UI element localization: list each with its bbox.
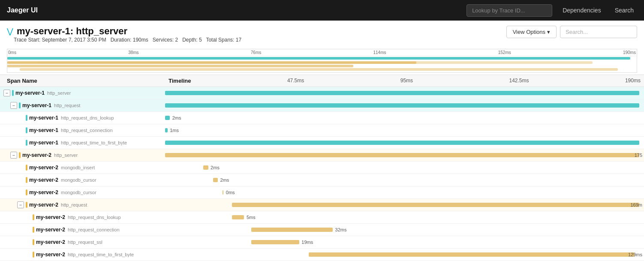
span-name-col: my-server-2http_request_time_to_first_by…	[0, 250, 165, 259]
span-color-indicator	[33, 227, 34, 233]
span-timeline-bar	[165, 128, 168, 132]
span-timeline-bar	[251, 228, 333, 232]
span-operation-name: http_request_connection	[61, 128, 112, 133]
span-duration-label: 19ms	[301, 240, 313, 245]
span-name-col: my-server-2http_request_dns_lookup	[0, 213, 165, 222]
span-duration-label: 32ms	[335, 227, 347, 232]
table-row[interactable]: −my-server-2http_request169m	[0, 199, 644, 211]
span-timeline-bar	[232, 203, 639, 207]
span-server-name: my-server-2	[29, 202, 58, 208]
table-row[interactable]: my-server-2http_request_connection32ms	[0, 224, 644, 236]
span-operation-name: http_request	[61, 202, 87, 207]
span-color-indicator	[26, 165, 27, 171]
tick-142: 142.5ms	[509, 78, 529, 84]
span-timeline-bar	[165, 103, 639, 108]
span-timeline-col: 1ms	[165, 124, 644, 136]
collapse-button[interactable]: −	[10, 102, 17, 109]
table-row[interactable]: my-server-2mongodb_cursor0ms	[0, 186, 644, 199]
span-color-indicator	[19, 152, 21, 158]
tick-190: 190ms	[625, 78, 641, 84]
collapse-button[interactable]: −	[3, 90, 10, 96]
span-timeline-col: 19ms	[165, 236, 644, 248]
span-timeline-col: 2ms	[165, 112, 644, 124]
span-timeline-col: 0ms	[165, 186, 644, 198]
duration-label: Duration:	[111, 37, 132, 43]
search-link[interactable]: Search	[611, 5, 637, 15]
span-name-col: my-server-2mongodb_cursor	[0, 188, 165, 197]
span-operation-name: http_request	[54, 103, 80, 108]
duration-value: 190ms	[133, 37, 148, 43]
table-row[interactable]: −my-server-1http_request	[0, 99, 644, 112]
span-name-col: my-server-1http_request_connection	[0, 126, 165, 135]
depth-label: Depth:	[182, 37, 197, 43]
table-row[interactable]: my-server-2http_request_time_to_first_by…	[0, 249, 644, 261]
view-options-button[interactable]: View Options ▾	[506, 26, 557, 38]
services-value: 2	[175, 37, 178, 43]
span-duration-right-label: 129ms	[628, 252, 642, 257]
span-duration-label: 2ms	[220, 177, 229, 183]
page-header: ⋁ my-server-1: http_server Trace Start: …	[0, 21, 644, 49]
timeline-header: Span Name Timeline 47.5ms 95ms 142.5ms 1…	[0, 75, 644, 87]
span-server-name: my-server-2	[29, 165, 58, 171]
span-operation-name: http_request_time_to_first_byte	[68, 252, 134, 257]
table-row[interactable]: my-server-2mongodb_insert2ms	[0, 162, 644, 174]
table-row[interactable]: my-server-2mongodb_cursor2ms	[0, 174, 644, 186]
table-row[interactable]: my-server-2http_request_dns_lookup5ms	[0, 211, 644, 224]
span-duration-right-label: 175	[635, 153, 642, 158]
dependencies-link[interactable]: Dependencies	[559, 5, 605, 15]
span-timeline-bar	[251, 240, 299, 244]
table-row[interactable]: −my-server-1http_server	[0, 87, 644, 99]
collapse-icon[interactable]: ⋁	[7, 27, 13, 36]
trace-title: ⋁ my-server-1: http_server	[7, 26, 248, 37]
trace-search-input[interactable]	[560, 26, 637, 38]
collapse-button[interactable]: −	[17, 201, 24, 208]
span-name-header-label: Span Name	[7, 78, 37, 84]
trace-meta: Trace Start: September 7, 2017 3:50 PM D…	[7, 37, 248, 46]
span-server-name: my-server-2	[29, 189, 58, 195]
span-name-col: −my-server-1http_server	[0, 88, 165, 98]
span-name-col: my-server-1http_request_time_to_first_by…	[0, 138, 165, 147]
span-name-col: −my-server-2http_server	[0, 150, 165, 160]
table-row[interactable]: my-server-2http_request_ssl19ms	[0, 236, 644, 249]
trace-id-input[interactable]	[466, 4, 552, 17]
span-name-col: my-server-2http_request_ssl	[0, 237, 165, 247]
table-row[interactable]: −my-server-2http_server175	[0, 149, 644, 162]
minimap-ruler-tick: 190ms	[623, 49, 636, 56]
table-row[interactable]: my-server-1http_request_connection1ms	[0, 124, 644, 137]
span-server-name: my-server-2	[36, 252, 65, 258]
span-timeline-col	[165, 87, 644, 99]
col-span-name-header: Span Name	[0, 78, 165, 84]
minimap-ruler-tick: 152ms	[498, 49, 511, 56]
span-timeline-col: 169m	[165, 199, 644, 211]
span-color-indicator	[19, 102, 21, 108]
span-operation-name: http_request_ssl	[68, 240, 102, 245]
span-operation-name: mongodb_cursor	[61, 190, 96, 195]
total-spans-label: Total Spans:	[206, 37, 234, 43]
span-server-name: my-server-2	[36, 227, 65, 233]
span-duration-right-label: 169m	[630, 202, 642, 207]
span-color-indicator	[26, 189, 27, 195]
minimap: 0ms38ms76ms114ms152ms190ms	[7, 49, 637, 73]
span-timeline-col: 2ms	[165, 174, 644, 186]
minimap-gold-bar-4	[39, 61, 593, 64]
span-operation-name: mongodb_cursor	[61, 177, 96, 183]
span-name-col: −my-server-2http_request	[0, 200, 165, 210]
span-server-name: my-server-1	[15, 90, 45, 96]
minimap-ruler: 0ms38ms76ms114ms152ms190ms	[7, 49, 637, 56]
span-timeline-bar	[232, 215, 244, 219]
collapse-button[interactable]: −	[10, 152, 17, 159]
span-operation-name: http_request_connection	[68, 227, 119, 232]
span-operation-name: mongodb_insert	[61, 165, 95, 170]
table-row[interactable]: my-server-1http_request_dns_lookup2ms	[0, 112, 644, 124]
trace-title-area: ⋁ my-server-1: http_server Trace Start: …	[7, 26, 248, 46]
span-server-name: my-server-2	[29, 177, 58, 183]
brand-logo: Jaeger UI	[7, 6, 38, 14]
page-title: my-server-1: http_server	[17, 26, 127, 37]
span-name-col: my-server-2http_request_connection	[0, 225, 165, 234]
span-color-indicator	[33, 252, 34, 258]
span-operation-name: http_request_time_to_first_byte	[61, 140, 127, 145]
span-color-indicator	[26, 177, 27, 183]
table-row[interactable]: my-server-1http_request_time_to_first_by…	[0, 137, 644, 149]
minimap-gold-bar-3	[20, 68, 618, 71]
span-operation-name: http_server	[54, 153, 78, 158]
